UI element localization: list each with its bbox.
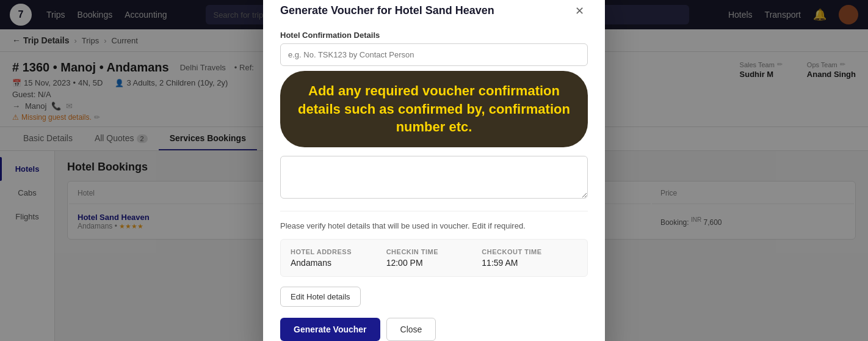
- confirmation-input[interactable]: [280, 43, 588, 66]
- confirmation-label: Hotel Confirmation Details: [280, 31, 588, 40]
- checkout-col: CHECKOUT TIME 11:59 AM: [482, 248, 577, 268]
- modal-overlay[interactable]: Generate Voucher for Hotel Sand Heaven ✕…: [0, 0, 868, 341]
- hotel-address-label: HOTEL ADDRESS: [291, 248, 386, 255]
- close-button[interactable]: Close: [386, 318, 436, 341]
- modal-close-button[interactable]: ✕: [571, 2, 588, 20]
- verify-text: Please verify hotel details that will be…: [280, 221, 588, 230]
- modal-title: Generate Voucher for Hotel Sand Heaven: [280, 4, 494, 17]
- modal-header: Generate Voucher for Hotel Sand Heaven ✕: [280, 2, 588, 20]
- checkin-col: CHECKIN TIME 12:00 PM: [386, 248, 482, 268]
- hotel-details-grid: HOTEL ADDRESS Andamans CHECKIN TIME 12:0…: [280, 239, 588, 277]
- hotel-address-col: HOTEL ADDRESS Andamans: [291, 248, 386, 268]
- modal: Generate Voucher for Hotel Sand Heaven ✕…: [263, 0, 605, 341]
- modal-footer: Generate Voucher Close: [280, 318, 588, 341]
- tooltip-bubble: Add any required voucher confirmation de…: [280, 71, 588, 147]
- additional-details-textarea[interactable]: [280, 156, 588, 199]
- modal-divider: [280, 211, 588, 211]
- checkin-label: CHECKIN TIME: [386, 248, 482, 255]
- generate-voucher-button[interactable]: Generate Voucher: [280, 318, 380, 341]
- checkout-value: 11:59 AM: [482, 258, 577, 268]
- checkout-label: CHECKOUT TIME: [482, 248, 577, 255]
- checkin-value: 12:00 PM: [386, 258, 482, 268]
- edit-hotel-button[interactable]: Edit Hotel details: [280, 287, 361, 307]
- hotel-address-value: Andamans: [291, 258, 386, 268]
